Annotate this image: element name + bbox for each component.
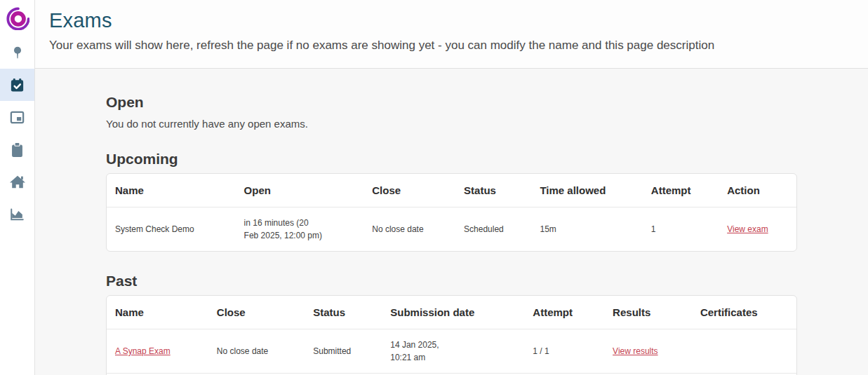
column-header-name: Name — [107, 296, 208, 329]
area-chart-icon — [9, 206, 25, 221]
column-header-open: Open — [236, 174, 364, 207]
view-exam-link[interactable]: View exam — [727, 224, 768, 234]
exam-close-cell: No close date — [363, 207, 455, 252]
column-header-close: Close — [208, 296, 305, 329]
upcoming-exams-table: Name Open Close Status Time allowed Atte… — [106, 173, 797, 252]
column-header-close: Close — [363, 174, 455, 207]
sidebar — [0, 0, 35, 375]
column-header-attempt: Attempt — [643, 174, 719, 207]
page-description: Your exams will show here, refresh the p… — [49, 39, 854, 53]
exam-status-cell: Scheduled — [455, 207, 531, 252]
exam-portal-page: Exams Your exams will show here, refresh… — [0, 0, 868, 375]
exam-status-cell: Submitted — [305, 329, 382, 374]
past-section-title: Past — [106, 273, 797, 289]
exam-time-allowed-cell: 15m — [531, 207, 642, 252]
exam-close-cell: No close date — [208, 329, 305, 374]
table-row: System Check Demo in 16 minutes (20 Feb … — [107, 207, 796, 252]
past-header-row: Name Close Status Submission date Attemp… — [107, 296, 796, 329]
sidebar-item-exams[interactable] — [0, 69, 34, 101]
logo-icon — [6, 6, 29, 30]
exam-submission-date-cell: 14 Jan 2025, 10:21 am — [382, 329, 524, 374]
open-section-title: Open — [106, 94, 797, 111]
exam-results-cell: View results — [604, 329, 692, 374]
pin-icon — [10, 45, 25, 60]
column-header-status: Status — [305, 296, 382, 329]
exam-open-cell: in 16 minutes (20 Feb 2025, 12:00 pm) — [236, 207, 364, 252]
calendar-check-icon — [9, 77, 25, 93]
column-header-attempt: Attempt — [524, 296, 604, 329]
sidebar-item-analytics[interactable] — [0, 198, 34, 230]
column-header-certificates: Certificates — [692, 296, 796, 329]
column-header-status: Status — [455, 174, 531, 207]
sidebar-item-pin[interactable] — [0, 36, 34, 69]
column-header-time-allowed: Time allowed — [531, 174, 642, 207]
view-results-link[interactable]: View results — [613, 346, 657, 356]
column-header-results: Results — [604, 296, 692, 329]
column-header-submission-date: Submission date — [382, 296, 524, 329]
column-header-action: Action — [719, 174, 796, 207]
exam-action-cell: View exam — [719, 207, 796, 252]
app-logo[interactable] — [0, 0, 34, 36]
content-area: Open You do not currently have any open … — [35, 69, 868, 375]
page-header: Exams Your exams will show here, refresh… — [35, 0, 868, 69]
sidebar-item-tasks[interactable] — [0, 133, 34, 165]
image-frame-icon — [9, 109, 25, 125]
sidebar-item-home[interactable] — [0, 165, 34, 198]
main-area: Exams Your exams will show here, refresh… — [35, 0, 868, 375]
exam-attempt-cell: 1 / 1 — [524, 329, 604, 374]
open-empty-message: You do not currently have any open exams… — [106, 118, 797, 130]
home-icon — [9, 174, 26, 189]
exam-name-cell: System Check Demo — [107, 207, 236, 252]
exam-certificates-cell — [692, 329, 796, 374]
clipboard-icon — [10, 142, 25, 158]
exam-attempt-cell: 1 — [643, 207, 719, 252]
table-row: A Synap Exam No close date Submitted 14 … — [107, 329, 796, 374]
exam-name-cell: A Synap Exam — [107, 329, 208, 374]
page-title: Exams — [49, 9, 854, 32]
sidebar-item-media[interactable] — [0, 101, 34, 133]
column-header-name: Name — [107, 174, 236, 207]
past-exam-link[interactable]: A Synap Exam — [115, 346, 171, 356]
upcoming-section-title: Upcoming — [106, 151, 797, 168]
past-exams-table: Name Close Status Submission date Attemp… — [106, 295, 797, 375]
upcoming-header-row: Name Open Close Status Time allowed Atte… — [107, 174, 796, 207]
